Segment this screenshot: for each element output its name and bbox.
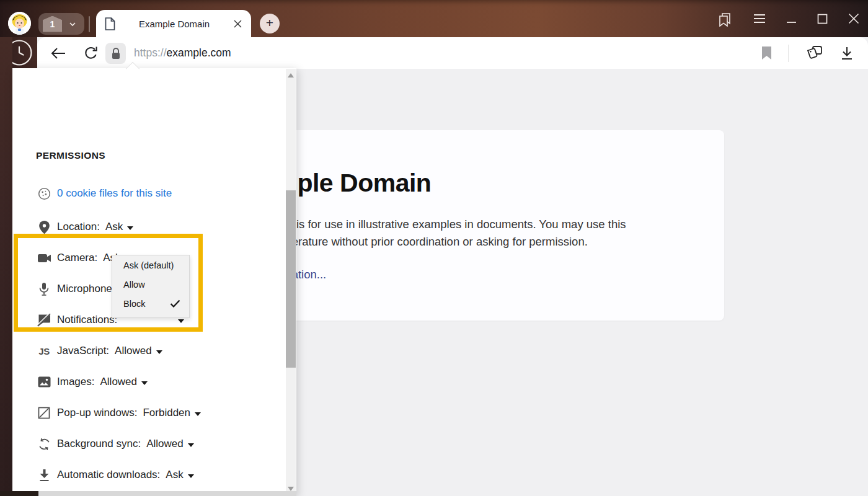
scroll-up-arrow[interactable]	[288, 73, 294, 78]
cookies-row: 0 cookie files for this site	[36, 184, 172, 203]
permission-value[interactable]: Ask	[166, 469, 183, 481]
background-sync-icon	[36, 438, 52, 451]
permission-label: Background sync:	[57, 438, 141, 450]
window-edge	[0, 37, 12, 496]
dropdown-caret-icon[interactable]	[141, 381, 148, 385]
scroll-down-arrow[interactable]	[288, 487, 294, 491]
url-scheme: https://	[134, 46, 167, 59]
menu-item-label: Ask (default)	[123, 260, 174, 270]
chevron-down-icon[interactable]	[69, 21, 76, 27]
cookie-icon	[36, 187, 52, 201]
menu-item-allow[interactable]: Allow	[112, 275, 189, 294]
notifications-dropdown-menu: Ask (default) Allow Block	[112, 255, 190, 318]
avatar-illustration	[8, 12, 31, 35]
permission-value[interactable]: Allowed	[146, 438, 184, 450]
dropdown-caret-icon[interactable]	[188, 474, 194, 478]
permission-row-auto-downloads: Automatic downloads: Ask	[36, 466, 194, 484]
permission-value[interactable]: Ask	[105, 221, 123, 233]
reload-icon	[83, 45, 99, 61]
tab-separator	[89, 16, 90, 32]
permission-row-images: Images: Allowed	[36, 373, 148, 391]
tab-close-icon[interactable]	[233, 19, 242, 29]
url-host: example.com	[167, 46, 231, 59]
permission-label: Automatic downloads:	[57, 469, 160, 481]
title-bar: 1 Example Domain +	[0, 0, 868, 37]
permission-label: JavaScript:	[57, 345, 109, 357]
menu-item-ask-default[interactable]: Ask (default)	[112, 255, 189, 275]
downloads-icon[interactable]	[839, 46, 854, 61]
panel-scrollbar[interactable]	[286, 69, 296, 495]
active-tab[interactable]: Example Domain	[96, 10, 251, 37]
permissions-heading: PERMISSIONS	[36, 150, 105, 161]
tab-count-badge: 1	[43, 16, 62, 32]
check-icon	[170, 299, 180, 308]
dropdown-caret-icon[interactable]	[156, 350, 162, 354]
permission-row-javascript: JS JavaScript: Allowed	[36, 342, 162, 360]
menu-icon[interactable]	[753, 14, 766, 24]
navigation-toolbar: https://example.com	[37, 37, 868, 69]
browser-window: Example Domain This domain is for use in…	[0, 0, 868, 496]
window-close-icon[interactable]	[848, 13, 859, 24]
javascript-icon: JS	[36, 346, 52, 356]
minimize-icon[interactable]	[786, 14, 797, 24]
permission-value[interactable]: Allowed	[100, 376, 137, 388]
profile-avatar[interactable]	[8, 12, 31, 35]
permission-value[interactable]: Forbidden	[143, 407, 190, 419]
tab-count-value: 1	[50, 19, 55, 29]
reload-button[interactable]	[79, 42, 102, 64]
permission-row-background-sync: Background sync: Allowed	[36, 435, 194, 453]
dropdown-caret-icon[interactable]	[127, 226, 133, 230]
images-icon	[36, 376, 52, 388]
dropdown-caret-icon[interactable]	[195, 412, 201, 416]
site-security-button[interactable]	[105, 43, 126, 64]
permission-label: Location:	[57, 221, 100, 233]
collections-icon[interactable]	[805, 45, 823, 61]
tab-counter[interactable]: 1	[38, 13, 84, 35]
permission-label: Pop-up windows:	[57, 407, 137, 419]
page-icon	[105, 17, 115, 30]
toolbar-separator	[788, 45, 789, 62]
popup-icon	[36, 407, 52, 419]
scrollbar-thumb[interactable]	[286, 190, 296, 368]
back-button[interactable]	[47, 42, 69, 64]
menu-item-label: Block	[123, 299, 145, 309]
dropdown-caret-icon[interactable]	[188, 443, 194, 447]
menu-item-block[interactable]: Block	[112, 294, 189, 313]
bookmark-icon[interactable]	[761, 46, 772, 60]
new-tab-button[interactable]: +	[260, 14, 280, 33]
cookie-files-link[interactable]: 0 cookie files for this site	[57, 187, 172, 200]
location-icon	[36, 220, 52, 234]
auto-downloads-icon	[36, 469, 52, 482]
menu-item-label: Allow	[123, 280, 145, 290]
maximize-icon[interactable]	[817, 14, 828, 24]
permission-row-popups: Pop-up windows: Forbidden	[36, 404, 201, 422]
bookmarks-panels-icon[interactable]	[717, 11, 733, 27]
tab-title: Example Domain	[115, 19, 233, 29]
lock-icon	[111, 47, 121, 60]
address-bar[interactable]: https://example.com	[134, 46, 231, 60]
permission-value[interactable]: Allowed	[115, 345, 152, 357]
back-arrow-icon	[50, 46, 66, 61]
permission-label: Images:	[57, 376, 94, 388]
